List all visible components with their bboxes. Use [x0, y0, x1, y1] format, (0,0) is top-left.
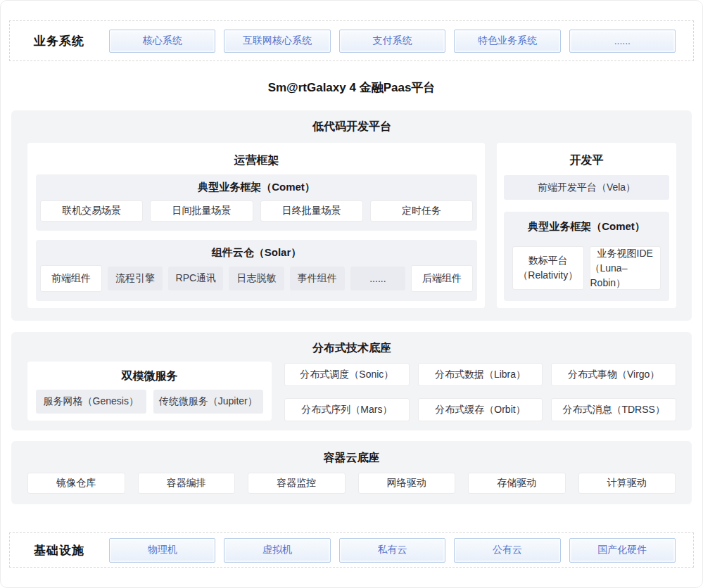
compute-driver-button[interactable]: 计算驱动	[578, 473, 676, 494]
comet-framework-title: 典型业务框架（Comet）	[40, 178, 473, 196]
solar-item-log-masking[interactable]: 日志脱敏	[229, 267, 284, 290]
ops-framework-title: 运营框架	[36, 152, 477, 169]
sonic-scheduler-button[interactable]: 分布式调度（Sonic）	[284, 363, 410, 386]
vela-frontend-platform-button[interactable]: 前端开发平台（Vela）	[504, 175, 669, 200]
comet-framework-subcard: 典型业务框架（Comet） 联机交易场景 日间批量场景 日终批量场景 定时任务	[36, 174, 477, 231]
relativity-line2: （Relativity）	[518, 268, 578, 283]
distributed-services-grid: 分布式调度（Sonic） 分布式数据（Libra） 分布式事物（Virgo） 分…	[284, 362, 676, 421]
solar-item-more[interactable]: ......	[350, 267, 405, 290]
luna-robin-ide-button[interactable]: 业务视图IDE （Luna–Robin）	[590, 246, 661, 290]
infrastructure-items: 物理机 虚拟机 私有云 公有云 国产化硬件	[109, 538, 676, 563]
dual-microservice-card: 双模微服务 服务网格（Genesis） 传统微服务（Jupiter）	[27, 362, 272, 421]
solar-item-backend-components[interactable]: 后端组件	[411, 265, 473, 292]
lowcode-platform-panel: 低代码开发平台 运营框架 典型业务框架（Comet） 联机交易场景 日间批量场景…	[11, 110, 692, 321]
jupiter-microservice-button[interactable]: 传统微服务（Jupiter）	[153, 390, 264, 414]
business-systems-section: 业务系统 核心系统 互联网核心系统 支付系统 特色业务系统 ......	[9, 20, 694, 61]
container-orchestration-button[interactable]: 容器编排	[138, 473, 236, 494]
infrastructure-label: 基础设施	[34, 542, 109, 558]
comet-framework-right-title: 典型业务框架（Comet）	[512, 217, 661, 235]
genesis-service-mesh-button[interactable]: 服务网格（Genesis）	[36, 390, 146, 414]
business-system-more[interactable]: ......	[569, 30, 676, 53]
container-cloud-panel: 容器云底座 镜像仓库 容器编排 容器监控 网络驱动 存储驱动 计算驱动	[11, 441, 692, 504]
business-system-special[interactable]: 特色业务系统	[454, 30, 560, 53]
private-cloud-button[interactable]: 私有云	[339, 538, 445, 563]
container-cloud-title: 容器云底座	[27, 451, 676, 466]
business-system-internet-core[interactable]: 互联网核心系统	[224, 30, 330, 53]
container-monitoring-button[interactable]: 容器监控	[248, 473, 346, 494]
solar-item-process-engine[interactable]: 流程引擎	[108, 267, 163, 290]
luna-robin-line1: 业务视图IDE	[597, 246, 653, 261]
solar-item-event-components[interactable]: 事件组件	[290, 267, 345, 290]
comet-item-online-trade[interactable]: 联机交易场景	[40, 200, 143, 222]
business-system-core[interactable]: 核心系统	[109, 30, 215, 53]
virgo-transaction-button[interactable]: 分布式事物（Virgo）	[551, 363, 676, 386]
network-driver-button[interactable]: 网络驱动	[358, 473, 456, 494]
business-systems-label: 业务系统	[34, 33, 109, 49]
solar-subcard: 组件云仓（Solar） 前端组件 流程引擎 RPC通讯 日志脱敏 事件组件 ..…	[36, 240, 477, 301]
public-cloud-button[interactable]: 公有云	[454, 538, 560, 563]
distributed-base-title: 分布式技术底座	[27, 341, 676, 356]
distributed-base-panel: 分布式技术底座 双模微服务 服务网格（Genesis） 传统微服务（Jupite…	[11, 332, 692, 430]
comet-item-scheduled-task[interactable]: 定时任务	[370, 200, 473, 222]
architecture-diagram: 业务系统 核心系统 互联网核心系统 支付系统 特色业务系统 ...... Sm@…	[0, 0, 703, 588]
ops-framework-card: 运营框架 典型业务框架（Comet） 联机交易场景 日间批量场景 日终批量场景 …	[27, 143, 485, 308]
lowcode-platform-title: 低代码开发平台	[27, 120, 676, 134]
business-system-payment[interactable]: 支付系统	[339, 30, 445, 53]
relativity-platform-button[interactable]: 数标平台 （Relativity）	[512, 246, 584, 290]
dual-microservice-title: 双模微服务	[36, 368, 263, 385]
comet-framework-right-subcard: 典型业务框架（Comet） 数标平台 （Relativity） 业务视图IDE …	[504, 212, 669, 301]
page-title: Sm@rtGalaxy 4 金融Paas平台	[1, 61, 702, 110]
domestic-hardware-button[interactable]: 国产化硬件	[569, 538, 676, 563]
solar-item-rpc[interactable]: RPC通讯	[168, 267, 223, 290]
solar-title: 组件云仓（Solar）	[40, 243, 473, 261]
libra-data-button[interactable]: 分布式数据（Libra）	[418, 363, 543, 386]
dev-platform-title: 开发平	[504, 152, 669, 169]
mars-sequence-button[interactable]: 分布式序列（Mars）	[284, 398, 410, 421]
dev-platform-card: 开发平 前端开发平台（Vela） 典型业务框架（Comet） 数标平台 （Rel…	[497, 143, 676, 308]
comet-item-endofday-batch[interactable]: 日终批量场景	[260, 200, 363, 222]
image-registry-button[interactable]: 镜像仓库	[27, 473, 125, 494]
comet-item-daytime-batch[interactable]: 日间批量场景	[150, 200, 253, 222]
infrastructure-section: 基础设施 物理机 虚拟机 私有云 公有云 国产化硬件	[9, 532, 694, 568]
solar-item-frontend-components[interactable]: 前端组件	[40, 265, 102, 292]
tdrss-message-button[interactable]: 分布式消息（TDRSS）	[551, 398, 676, 421]
luna-robin-line2: （Luna–Robin）	[590, 261, 661, 290]
business-systems-items: 核心系统 互联网核心系统 支付系统 特色业务系统 ......	[109, 30, 676, 53]
storage-driver-button[interactable]: 存储驱动	[468, 473, 566, 494]
relativity-line1: 数标平台	[528, 253, 568, 268]
orbit-cache-button[interactable]: 分布式缓存（Orbit）	[418, 398, 543, 421]
physical-machine-button[interactable]: 物理机	[109, 538, 215, 563]
virtual-machine-button[interactable]: 虚拟机	[224, 538, 330, 563]
